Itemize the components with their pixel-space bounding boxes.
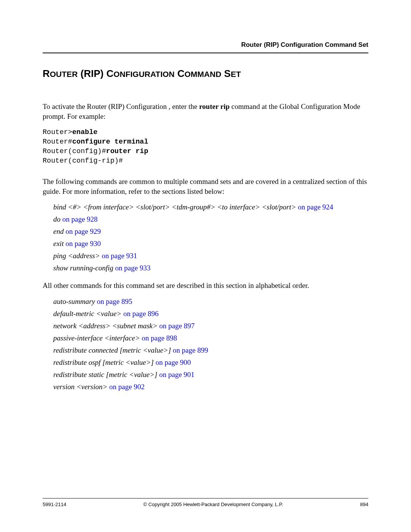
page-number: 894 [360, 502, 368, 507]
section-commands-intro: All other commands for this command set … [43, 281, 368, 291]
ref-item: auto-summary on page 895 [53, 297, 368, 306]
page-link[interactable]: on page 896 [121, 310, 159, 318]
copyright: © Copyright 2005 Hewlett-Packard Develop… [66, 502, 360, 507]
page-link[interactable]: on page 902 [107, 383, 145, 391]
page-link[interactable]: on page 924 [296, 203, 333, 211]
ref-item: redistribute ospf [metric <value>] on pa… [53, 358, 368, 367]
page-title: ROUTER (RIP) CONFIGURATION COMMAND SET [43, 68, 368, 80]
page-link[interactable]: on page 898 [140, 334, 177, 342]
page-link[interactable]: on page 929 [64, 227, 101, 235]
code-example: Router>enable Router#configure terminal … [43, 128, 368, 166]
ref-item: ping <address> on page 931 [53, 252, 368, 260]
ref-item: default-metric <value> on page 896 [53, 310, 368, 318]
ref-item: redistribute connected [metric <value>] … [53, 346, 368, 355]
section-commands-list: auto-summary on page 895 default-metric … [53, 297, 368, 391]
doc-number: 5991-2114 [43, 502, 66, 507]
ref-item: network <address> <subnet mask> on page … [53, 322, 368, 330]
common-commands-list: bind <#> <from interface> <slot/port> <t… [53, 203, 368, 272]
ref-item: passive-interface <interface> on page 89… [53, 334, 368, 342]
page-link[interactable]: on page 901 [158, 371, 195, 379]
page-link[interactable]: on page 931 [100, 252, 137, 260]
page-link[interactable]: on page 897 [158, 322, 195, 330]
ref-item: do on page 928 [53, 215, 368, 224]
page-link[interactable]: on page 899 [171, 346, 208, 354]
page-link[interactable]: on page 930 [64, 240, 101, 248]
page-link[interactable]: on page 895 [95, 297, 132, 305]
ref-item: end on page 929 [53, 227, 368, 236]
ref-item: redistribute static [metric <value>] on … [53, 371, 368, 379]
page-link[interactable]: on page 900 [154, 358, 191, 366]
ref-item: exit on page 930 [53, 240, 368, 248]
ref-item: version <version> on page 902 [53, 383, 368, 391]
running-header: Router (RIP) Configuration Command Set [43, 41, 368, 53]
page-footer: 5991-2114 © Copyright 2005 Hewlett-Packa… [43, 498, 368, 507]
page-link[interactable]: on page 928 [61, 215, 98, 223]
ref-item: bind <#> <from interface> <slot/port> <t… [53, 203, 368, 211]
page-link[interactable]: on page 933 [113, 264, 151, 272]
intro-paragraph: To activate the Router (RIP) Configurati… [43, 102, 368, 121]
common-commands-intro: The following commands are common to mul… [43, 177, 368, 196]
ref-item: show running-config on page 933 [53, 264, 368, 272]
page-content: Router (RIP) Configuration Command Set R… [0, 0, 411, 391]
